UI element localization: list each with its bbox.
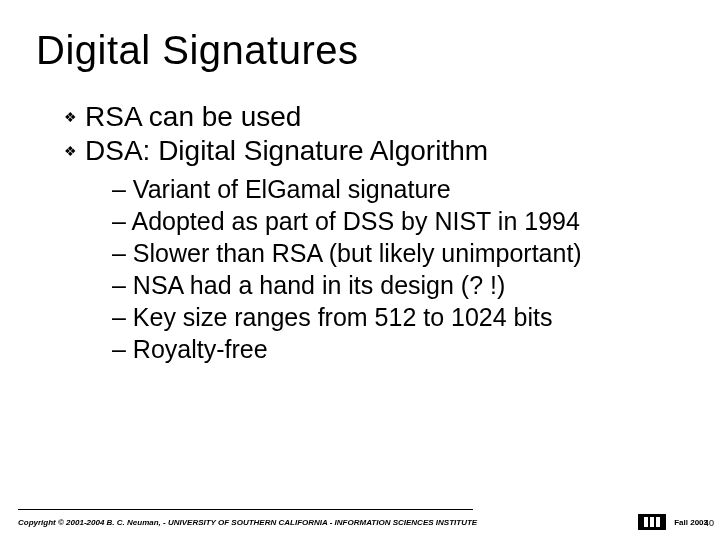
copyright-text: Copyright © 2001-2004 B. C. Neuman, - UN… xyxy=(18,518,477,527)
footer-right: Fall 2003 xyxy=(638,514,708,530)
sub-bullet: – Slower than RSA (but likely unimportan… xyxy=(112,237,684,269)
slide-container: Digital Signatures ❖ RSA can be used ❖ D… xyxy=(0,0,720,540)
isi-logo-icon xyxy=(638,514,666,530)
sub-bullet: – Key size ranges from 512 to 1024 bits xyxy=(112,301,684,333)
slide-footer: Copyright © 2001-2004 B. C. Neuman, - UN… xyxy=(0,509,720,530)
sub-bullet: – Royalty-free xyxy=(112,333,684,365)
slide-body: ❖ RSA can be used ❖ DSA: Digital Signatu… xyxy=(36,101,684,365)
footer-row: Copyright © 2001-2004 B. C. Neuman, - UN… xyxy=(18,514,708,530)
diamond-bullet-icon: ❖ xyxy=(64,110,77,124)
bullet-item: ❖ DSA: Digital Signature Algorithm xyxy=(64,135,684,167)
bullet-text: DSA: Digital Signature Algorithm xyxy=(85,135,488,167)
slide-title: Digital Signatures xyxy=(36,28,684,73)
bullet-text: RSA can be used xyxy=(85,101,301,133)
diamond-bullet-icon: ❖ xyxy=(64,144,77,158)
sub-bullet: – Variant of ElGamal signature xyxy=(112,173,684,205)
sub-bullet-list: – Variant of ElGamal signature – Adopted… xyxy=(64,173,684,365)
bullet-item: ❖ RSA can be used xyxy=(64,101,684,133)
page-number: 40 xyxy=(704,518,714,528)
footer-divider xyxy=(18,509,473,510)
sub-bullet: – Adopted as part of DSS by NIST in 1994 xyxy=(112,205,684,237)
sub-bullet: – NSA had a hand in its design (? !) xyxy=(112,269,684,301)
term-label: Fall 2003 xyxy=(674,518,708,527)
